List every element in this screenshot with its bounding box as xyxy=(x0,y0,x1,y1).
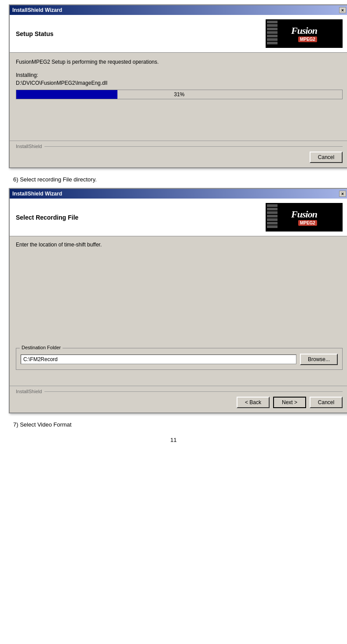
browse-button[interactable]: Browse... xyxy=(300,354,338,365)
stripe xyxy=(267,35,278,37)
folder-group-legend: Destination Folder xyxy=(20,345,62,350)
dialog2-title: InstallShield Wizard xyxy=(12,191,62,197)
dialog2-body-text: Enter the location of time-shift buffer. xyxy=(16,242,343,248)
title-bar-text-2: InstallShield Wizard xyxy=(12,191,62,197)
stripe xyxy=(267,225,278,228)
stripe xyxy=(267,204,278,207)
dialog2-header: Select Recording File Fusion MPEG2 xyxy=(10,199,347,236)
status-description: FusionMPEG2 Setup is performing the requ… xyxy=(16,59,343,65)
setup-status-dialog: InstallShield Wizard × Setup Status Fusi… xyxy=(9,4,347,168)
footer-buttons-2: < Back Next > Cancel xyxy=(16,397,343,408)
dialog1-header-title: Setup Status xyxy=(16,30,54,37)
dialog1-header: Setup Status Fusion MPEG2 xyxy=(10,15,347,53)
dialog1-footer: InstallShield Cancel xyxy=(10,141,347,167)
installshield-label-2: InstallShield xyxy=(16,389,343,394)
progress-section: Installing: D:\DVICO\FusionMPEG2\ImageEn… xyxy=(16,72,343,99)
folder-row: Browse... xyxy=(21,354,338,365)
title-bar-2: InstallShield Wizard × xyxy=(10,189,347,199)
mpeg2-badge-1: MPEG2 xyxy=(298,36,317,42)
next-button[interactable]: Next > xyxy=(273,397,306,408)
footer-buttons-1: Cancel xyxy=(16,152,343,163)
stripe xyxy=(267,211,278,214)
cancel-button-2[interactable]: Cancel xyxy=(310,397,343,408)
logo-stripes-1 xyxy=(266,19,279,48)
page-number: 11 xyxy=(9,437,338,443)
cancel-button-1[interactable]: Cancel xyxy=(310,152,343,163)
stripe xyxy=(267,24,278,27)
installshield-line-1 xyxy=(44,146,343,147)
dialog1-body: FusionMPEG2 Setup is performing the requ… xyxy=(10,53,347,141)
logo-stripes-2 xyxy=(266,203,279,232)
title-bar-1: InstallShield Wizard × xyxy=(10,5,347,15)
mpeg2-badge-2: MPEG2 xyxy=(298,220,317,226)
fusion-logo-inner-2: Fusion MPEG2 xyxy=(291,209,317,226)
fusion-logo-text-2: Fusion xyxy=(291,209,317,220)
stripe xyxy=(267,21,278,23)
dialog2-content-area xyxy=(16,251,343,348)
progress-percent: 31% xyxy=(16,91,342,98)
destination-folder-group: Destination Folder Browse... xyxy=(16,348,343,370)
back-button[interactable]: < Back xyxy=(237,397,270,408)
fusion-logo-text-1: Fusion xyxy=(291,25,317,36)
stripe xyxy=(267,215,278,217)
dialog2-header-title: Select Recording File xyxy=(16,214,78,221)
stripe xyxy=(267,42,278,44)
stripe xyxy=(267,28,278,30)
fusion-logo-1: Fusion MPEG2 xyxy=(266,19,343,48)
dialog2-footer: InstallShield < Back Next > Cancel xyxy=(10,386,347,412)
dialog1-title: InstallShield Wizard xyxy=(12,7,62,13)
close-button-1[interactable]: × xyxy=(339,7,346,13)
stripe xyxy=(267,208,278,210)
dialog2-body: Enter the location of time-shift buffer.… xyxy=(10,236,347,386)
step6-text: 6) Select recording File directory. xyxy=(9,176,338,183)
stripe xyxy=(267,218,278,221)
install-path: D:\DVICO\FusionMPEG2\ImageEng.dll xyxy=(16,80,343,86)
installing-label: Installing: xyxy=(16,72,343,78)
title-bar-text-1: InstallShield Wizard xyxy=(12,7,62,13)
select-recording-dialog: InstallShield Wizard × Select Recording … xyxy=(9,188,347,413)
installshield-label-1: InstallShield xyxy=(16,144,343,149)
progress-bar-container: 31% xyxy=(16,90,343,99)
stripe xyxy=(267,31,278,34)
folder-path-input[interactable] xyxy=(21,355,296,364)
stripe xyxy=(267,38,278,41)
installshield-line-2 xyxy=(44,391,343,392)
fusion-logo-2: Fusion MPEG2 xyxy=(266,203,343,232)
fusion-logo-inner-1: Fusion MPEG2 xyxy=(291,25,317,42)
close-button-2[interactable]: × xyxy=(339,191,346,197)
step7-text: 7) Select Video Format xyxy=(9,421,338,428)
stripe xyxy=(267,222,278,224)
